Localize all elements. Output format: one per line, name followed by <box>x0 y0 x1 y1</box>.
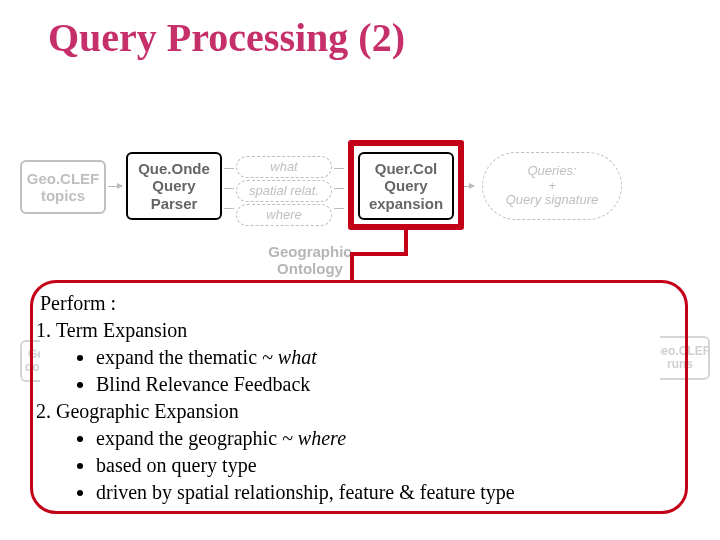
connector <box>334 188 344 189</box>
connector <box>224 168 234 169</box>
label: Queries: + Query signature <box>483 164 621 209</box>
list-item: Geographic Expansion expand the geograph… <box>56 398 660 506</box>
pill-where: where <box>236 204 332 226</box>
list-item: Term Expansion expand the thematic ~ wha… <box>56 317 660 398</box>
block-queonde: Que.Onde Query Parser <box>126 152 222 220</box>
subitem-text: Blind Relevance Feedback <box>96 373 310 395</box>
block-geoclef-topics: Geo.CLEF topics <box>20 160 106 214</box>
pill-spatial-relat: spatial relat. <box>236 180 332 202</box>
red-connector-v2 <box>350 252 354 282</box>
item-title: Term Expansion <box>56 319 187 341</box>
connector <box>224 188 234 189</box>
pill-queries-signature: Queries: + Query signature <box>482 152 622 220</box>
list-subitem: based on query type <box>96 452 660 479</box>
label: where <box>237 208 331 223</box>
block-quercol: Quer.Col Query expansion <box>358 152 454 220</box>
list-subitem: driven by spatial relationship, feature … <box>96 479 660 506</box>
label: spatial relat. <box>237 184 331 199</box>
connector <box>334 208 344 209</box>
list-subitem: expand the thematic ~ what <box>96 344 660 371</box>
label: Geographic Ontology <box>268 243 351 277</box>
pill-what: what <box>236 156 332 178</box>
list-subitem: Blind Relevance Feedback <box>96 371 660 398</box>
label: what <box>237 160 331 175</box>
page-title: Query Processing (2) <box>48 14 405 61</box>
subitem-text: expand the thematic ~ what <box>96 346 317 368</box>
subitem-text: driven by spatial relationship, feature … <box>96 481 515 503</box>
red-connector-h1 <box>350 252 408 256</box>
arrow-icon <box>108 186 122 187</box>
item-title: Geographic Expansion <box>56 400 239 422</box>
perform-heading: Perform : <box>40 290 660 317</box>
label: Geo.CLEF topics <box>22 170 104 205</box>
red-connector-v1 <box>404 230 408 254</box>
subitem-text: expand the geographic ~ where <box>96 427 346 449</box>
arrow-icon <box>460 186 474 187</box>
label: Que.Onde Query Parser <box>128 160 220 212</box>
label: Quer.Col Query expansion <box>360 160 452 212</box>
subitem-text: based on query type <box>96 454 257 476</box>
list-subitem: expand the geographic ~ where <box>96 425 660 452</box>
perform-body: Perform : Term Expansion expand the them… <box>40 290 660 506</box>
connector <box>224 208 234 209</box>
connector <box>334 168 344 169</box>
label: Geo.CLEF runs <box>652 345 708 371</box>
